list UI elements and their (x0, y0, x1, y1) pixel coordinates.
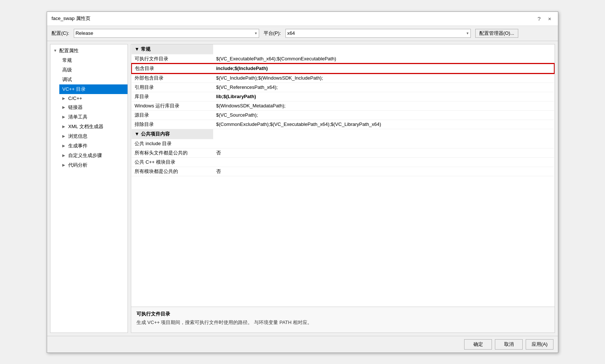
row-source-dir[interactable]: 源目录 $(VC_SourcePath); (132, 110, 554, 120)
config-select-wrapper: Release (74, 29, 259, 38)
description-text: 生成 VC++ 项目期间，搜索可执行文件时使用的路径。 与环境变量 PATH 相… (136, 319, 549, 326)
prop-name-public-cpp: 公共 C++ 模块目录 (132, 157, 213, 167)
help-button[interactable]: ? (535, 15, 543, 23)
prop-name-all-headers: 所有标头文件都是公共的 (132, 148, 213, 157)
section-general: ▼ 常规 (132, 44, 554, 54)
sidebar-item-root[interactable]: ▼ 配置属性 (50, 46, 128, 56)
sidebar-item-linker[interactable]: ▶ 链接器 (59, 103, 128, 112)
row-win-runtime[interactable]: Windows 运行库目录 $(WindowsSDK_MetadataPath)… (132, 101, 554, 110)
content-panel: ▼ 常规 可执行文件目录 $(VC_ExecutablePath_x64);$(… (131, 44, 555, 333)
expand-icon-code: ▶ (62, 163, 67, 167)
section-public-label: 公共项目内容 (141, 131, 170, 137)
prop-name-exclude: 排除目录 (132, 120, 213, 129)
sidebar-item-general[interactable]: 常规 (59, 56, 128, 65)
sidebar-debug-label: 调试 (62, 76, 72, 83)
expand-icon-custom: ▶ (62, 153, 67, 157)
sidebar-vcpp-label: VC++ 目录 (62, 86, 86, 93)
config-label: 配置(C): (52, 30, 69, 37)
row-all-headers-public[interactable]: 所有标头文件都是公共的 否 (132, 148, 554, 157)
expand-icon-xml: ▶ (62, 124, 67, 128)
ok-button[interactable]: 确定 (464, 339, 492, 350)
sidebar-item-cpp[interactable]: ▶ C/C++ (59, 94, 128, 103)
expand-icon-manifest: ▶ (62, 115, 67, 119)
sidebar-item-advanced[interactable]: 高级 (59, 65, 128, 75)
description-title: 可执行文件目录 (136, 311, 549, 317)
prop-value-public-cpp (213, 157, 554, 167)
description-panel: 可执行文件目录 生成 VC++ 项目期间，搜索可执行文件时使用的路径。 与环境变… (131, 307, 555, 333)
dialog-title: face_swap 属性页 (52, 15, 90, 22)
sidebar-advanced-label: 高级 (62, 67, 72, 73)
main-content: ▼ 配置属性 常规 高级 调试 VC++ 目录 (47, 41, 558, 336)
sidebar-children: 常规 高级 调试 VC++ 目录 ▶ C/C++ (50, 56, 128, 170)
sidebar-browser-label: 浏览信息 (68, 133, 87, 140)
platform-select[interactable]: x64 (285, 29, 471, 38)
collapse-public-icon: ▼ (135, 131, 139, 137)
section-general-label: 常规 (141, 46, 151, 53)
expand-icon-browser: ▶ (62, 134, 67, 138)
prop-value-public-include (213, 139, 554, 148)
title-bar: face_swap 属性页 ? × (47, 12, 558, 26)
prop-value-win-runtime: $(WindowsSDK_MetadataPath); (213, 101, 554, 110)
prop-name-public-include: 公共 include 目录 (132, 139, 213, 148)
title-bar-buttons: ? × (535, 15, 553, 23)
prop-value-ref: $(VC_ReferencesPath_x64); (213, 83, 554, 92)
sidebar-item-vcpp[interactable]: VC++ 目录 (59, 84, 128, 94)
collapse-icon: ▼ (53, 49, 58, 53)
apply-button[interactable]: 应用(A) (526, 339, 553, 350)
prop-value-lib: lib;$(LibraryPath) (213, 92, 554, 101)
row-ref-dir[interactable]: 引用目录 $(VC_ReferencesPath_x64); (132, 83, 554, 92)
sidebar-item-debug[interactable]: 调试 (59, 75, 128, 84)
platform-label: 平台(P): (264, 30, 281, 37)
cancel-button[interactable]: 取消 (495, 339, 523, 350)
section-public: ▼ 公共项目内容 (132, 129, 554, 139)
prop-name-lib: 库目录 (132, 92, 213, 101)
row-exclude-dir[interactable]: 排除目录 $(CommonExcludePath);$(VC_Executabl… (132, 120, 554, 129)
sidebar-cpp-label: C/C++ (68, 96, 82, 101)
prop-name-executable: 可执行文件目录 (132, 54, 213, 64)
row-external-include[interactable]: 外部包含目录 $(VC_IncludePath);$(WindowsSDK_In… (132, 73, 554, 83)
prop-name-source: 源目录 (132, 110, 213, 120)
properties-dialog: face_swap 属性页 ? × 配置(C): Release 平台(P): … (47, 11, 558, 353)
row-executable-dir[interactable]: 可执行文件目录 $(VC_ExecutablePath_x64);$(Commo… (132, 54, 554, 64)
prop-value-source: $(VC_SourcePath); (213, 110, 554, 120)
row-all-modules[interactable]: 所有模块都是公共的 否 (132, 167, 554, 176)
prop-name-all-modules: 所有模块都是公共的 (132, 167, 213, 176)
prop-value-executable: $(VC_ExecutablePath_x64);$(CommonExecuta… (213, 54, 554, 64)
close-button[interactable]: × (546, 15, 553, 23)
config-manager-button[interactable]: 配置管理器(O)... (475, 29, 519, 38)
sidebar-item-browser[interactable]: ▶ 浏览信息 (59, 131, 128, 141)
toolbar: 配置(C): Release 平台(P): x64 配置管理器(O)... (47, 26, 558, 41)
prop-value-exclude: $(CommonExcludePath);$(VC_ExecutablePath… (213, 120, 554, 129)
prop-name-external: 外部包含目录 (132, 73, 213, 83)
config-select[interactable]: Release (74, 29, 259, 38)
sidebar-manifest-label: 清单工具 (68, 114, 87, 120)
row-public-include[interactable]: 公共 include 目录 (132, 139, 554, 148)
prop-value-all-modules: 否 (213, 167, 554, 176)
sidebar-item-custom-build[interactable]: ▶ 自定义生成步骤 (59, 151, 128, 160)
row-public-cpp[interactable]: 公共 C++ 模块目录 (132, 157, 554, 167)
sidebar-item-build-events[interactable]: ▶ 生成事件 (59, 141, 128, 151)
properties-table: ▼ 常规 可执行文件目录 $(VC_ExecutablePath_x64);$(… (131, 44, 555, 176)
prop-value-external: $(VC_IncludePath);$(WindowsSDK_IncludePa… (213, 73, 554, 83)
expand-icon-build: ▶ (62, 144, 67, 148)
row-lib-dir[interactable]: 库目录 lib;$(LibraryPath) (132, 92, 554, 101)
sidebar: ▼ 配置属性 常规 高级 调试 VC++ 目录 (50, 44, 128, 333)
sidebar-xml-label: XML 文档生成器 (68, 123, 103, 130)
row-include-dir[interactable]: 包含目录 include;$(IncludePath) (132, 64, 554, 73)
prop-name-ref: 引用目录 (132, 83, 213, 92)
sidebar-custom-label: 自定义生成步骤 (68, 152, 102, 159)
sidebar-linker-label: 链接器 (68, 104, 83, 111)
sidebar-code-label: 代码分析 (68, 162, 87, 168)
prop-value-include: include;$(IncludePath) (213, 64, 554, 73)
sidebar-root-label: 配置属性 (59, 47, 79, 54)
sidebar-tree: ▼ 配置属性 常规 高级 调试 VC++ 目录 (50, 44, 128, 171)
sidebar-build-label: 生成事件 (68, 143, 87, 149)
expand-icon-cpp: ▶ (62, 96, 67, 100)
expand-icon-linker: ▶ (62, 105, 67, 109)
sidebar-item-manifest[interactable]: ▶ 清单工具 (59, 112, 128, 122)
sidebar-general-label: 常规 (62, 57, 72, 64)
sidebar-item-xml[interactable]: ▶ XML 文档生成器 (59, 122, 128, 131)
sidebar-item-code-analysis[interactable]: ▶ 代码分析 (59, 160, 128, 170)
prop-name-win-runtime: Windows 运行库目录 (132, 101, 213, 110)
prop-value-all-headers: 否 (213, 148, 554, 157)
